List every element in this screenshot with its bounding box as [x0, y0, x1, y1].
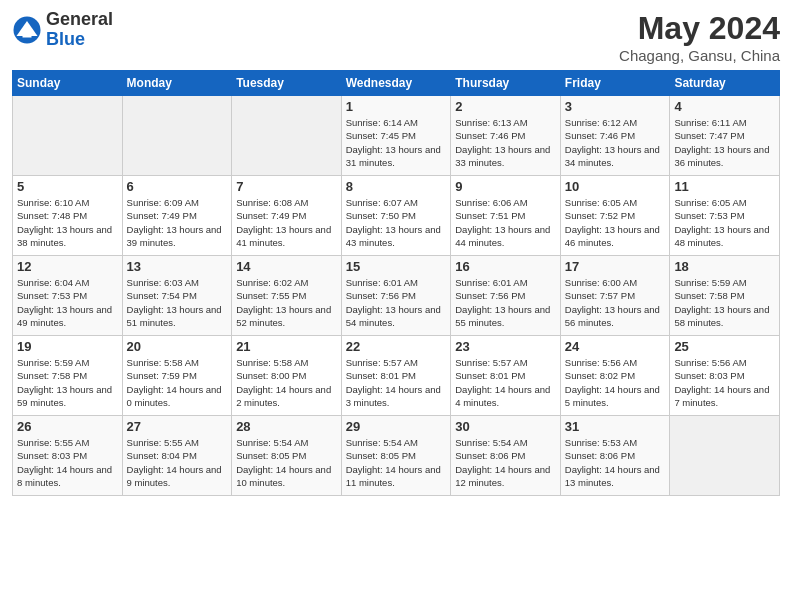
calendar-cell: 13Sunrise: 6:03 AM Sunset: 7:54 PM Dayli…	[122, 256, 232, 336]
day-number: 13	[127, 259, 228, 274]
day-info: Sunrise: 6:05 AM Sunset: 7:52 PM Dayligh…	[565, 196, 666, 249]
calendar-cell: 9Sunrise: 6:06 AM Sunset: 7:51 PM Daylig…	[451, 176, 561, 256]
day-number: 24	[565, 339, 666, 354]
page-container: General Blue May 2024 Chagang, Gansu, Ch…	[0, 0, 792, 504]
day-info: Sunrise: 6:01 AM Sunset: 7:56 PM Dayligh…	[346, 276, 447, 329]
day-number: 5	[17, 179, 118, 194]
calendar-cell: 5Sunrise: 6:10 AM Sunset: 7:48 PM Daylig…	[13, 176, 123, 256]
day-number: 29	[346, 419, 447, 434]
calendar-cell: 24Sunrise: 5:56 AM Sunset: 8:02 PM Dayli…	[560, 336, 670, 416]
logo-general: General	[46, 10, 113, 30]
calendar-cell: 11Sunrise: 6:05 AM Sunset: 7:53 PM Dayli…	[670, 176, 780, 256]
logo-icon	[12, 15, 42, 45]
calendar-cell: 28Sunrise: 5:54 AM Sunset: 8:05 PM Dayli…	[232, 416, 342, 496]
calendar-cell: 18Sunrise: 5:59 AM Sunset: 7:58 PM Dayli…	[670, 256, 780, 336]
day-info: Sunrise: 6:00 AM Sunset: 7:57 PM Dayligh…	[565, 276, 666, 329]
calendar-cell: 2Sunrise: 6:13 AM Sunset: 7:46 PM Daylig…	[451, 96, 561, 176]
calendar-cell: 30Sunrise: 5:54 AM Sunset: 8:06 PM Dayli…	[451, 416, 561, 496]
logo: General Blue	[12, 10, 113, 50]
calendar-cell: 4Sunrise: 6:11 AM Sunset: 7:47 PM Daylig…	[670, 96, 780, 176]
day-info: Sunrise: 6:04 AM Sunset: 7:53 PM Dayligh…	[17, 276, 118, 329]
day-number: 7	[236, 179, 337, 194]
day-number: 1	[346, 99, 447, 114]
day-info: Sunrise: 6:13 AM Sunset: 7:46 PM Dayligh…	[455, 116, 556, 169]
day-number: 21	[236, 339, 337, 354]
day-number: 25	[674, 339, 775, 354]
calendar-cell: 31Sunrise: 5:53 AM Sunset: 8:06 PM Dayli…	[560, 416, 670, 496]
day-number: 23	[455, 339, 556, 354]
day-number: 12	[17, 259, 118, 274]
day-info: Sunrise: 5:56 AM Sunset: 8:03 PM Dayligh…	[674, 356, 775, 409]
day-number: 2	[455, 99, 556, 114]
calendar-cell	[670, 416, 780, 496]
day-number: 20	[127, 339, 228, 354]
day-number: 6	[127, 179, 228, 194]
day-info: Sunrise: 6:10 AM Sunset: 7:48 PM Dayligh…	[17, 196, 118, 249]
month-title: May 2024	[619, 10, 780, 47]
day-number: 27	[127, 419, 228, 434]
day-number: 3	[565, 99, 666, 114]
calendar-cell	[122, 96, 232, 176]
calendar-cell: 25Sunrise: 5:56 AM Sunset: 8:03 PM Dayli…	[670, 336, 780, 416]
calendar-cell: 14Sunrise: 6:02 AM Sunset: 7:55 PM Dayli…	[232, 256, 342, 336]
calendar-cell: 8Sunrise: 6:07 AM Sunset: 7:50 PM Daylig…	[341, 176, 451, 256]
header-row: Sunday Monday Tuesday Wednesday Thursday…	[13, 71, 780, 96]
day-info: Sunrise: 6:01 AM Sunset: 7:56 PM Dayligh…	[455, 276, 556, 329]
day-number: 30	[455, 419, 556, 434]
day-info: Sunrise: 6:09 AM Sunset: 7:49 PM Dayligh…	[127, 196, 228, 249]
day-info: Sunrise: 6:03 AM Sunset: 7:54 PM Dayligh…	[127, 276, 228, 329]
calendar-cell	[13, 96, 123, 176]
day-info: Sunrise: 6:07 AM Sunset: 7:50 PM Dayligh…	[346, 196, 447, 249]
day-info: Sunrise: 5:57 AM Sunset: 8:01 PM Dayligh…	[346, 356, 447, 409]
day-number: 16	[455, 259, 556, 274]
day-number: 4	[674, 99, 775, 114]
calendar-cell: 7Sunrise: 6:08 AM Sunset: 7:49 PM Daylig…	[232, 176, 342, 256]
calendar-cell: 17Sunrise: 6:00 AM Sunset: 7:57 PM Dayli…	[560, 256, 670, 336]
calendar-cell: 22Sunrise: 5:57 AM Sunset: 8:01 PM Dayli…	[341, 336, 451, 416]
calendar-cell: 21Sunrise: 5:58 AM Sunset: 8:00 PM Dayli…	[232, 336, 342, 416]
day-info: Sunrise: 5:55 AM Sunset: 8:04 PM Dayligh…	[127, 436, 228, 489]
day-info: Sunrise: 5:54 AM Sunset: 8:06 PM Dayligh…	[455, 436, 556, 489]
calendar-cell: 12Sunrise: 6:04 AM Sunset: 7:53 PM Dayli…	[13, 256, 123, 336]
svg-rect-2	[23, 31, 32, 37]
day-info: Sunrise: 5:56 AM Sunset: 8:02 PM Dayligh…	[565, 356, 666, 409]
calendar-week-1: 1Sunrise: 6:14 AM Sunset: 7:45 PM Daylig…	[13, 96, 780, 176]
calendar-header: Sunday Monday Tuesday Wednesday Thursday…	[13, 71, 780, 96]
calendar-body: 1Sunrise: 6:14 AM Sunset: 7:45 PM Daylig…	[13, 96, 780, 496]
calendar-cell: 16Sunrise: 6:01 AM Sunset: 7:56 PM Dayli…	[451, 256, 561, 336]
calendar-cell: 19Sunrise: 5:59 AM Sunset: 7:58 PM Dayli…	[13, 336, 123, 416]
day-info: Sunrise: 5:54 AM Sunset: 8:05 PM Dayligh…	[346, 436, 447, 489]
day-number: 9	[455, 179, 556, 194]
calendar-cell: 26Sunrise: 5:55 AM Sunset: 8:03 PM Dayli…	[13, 416, 123, 496]
calendar-week-4: 19Sunrise: 5:59 AM Sunset: 7:58 PM Dayli…	[13, 336, 780, 416]
location: Chagang, Gansu, China	[619, 47, 780, 64]
calendar-cell: 29Sunrise: 5:54 AM Sunset: 8:05 PM Dayli…	[341, 416, 451, 496]
day-number: 28	[236, 419, 337, 434]
day-info: Sunrise: 5:59 AM Sunset: 7:58 PM Dayligh…	[17, 356, 118, 409]
day-info: Sunrise: 6:14 AM Sunset: 7:45 PM Dayligh…	[346, 116, 447, 169]
calendar-cell: 20Sunrise: 5:58 AM Sunset: 7:59 PM Dayli…	[122, 336, 232, 416]
day-info: Sunrise: 5:58 AM Sunset: 7:59 PM Dayligh…	[127, 356, 228, 409]
day-info: Sunrise: 5:53 AM Sunset: 8:06 PM Dayligh…	[565, 436, 666, 489]
calendar-cell	[232, 96, 342, 176]
day-number: 15	[346, 259, 447, 274]
day-number: 18	[674, 259, 775, 274]
calendar-cell: 3Sunrise: 6:12 AM Sunset: 7:46 PM Daylig…	[560, 96, 670, 176]
day-number: 10	[565, 179, 666, 194]
day-info: Sunrise: 6:08 AM Sunset: 7:49 PM Dayligh…	[236, 196, 337, 249]
col-wednesday: Wednesday	[341, 71, 451, 96]
calendar-cell: 1Sunrise: 6:14 AM Sunset: 7:45 PM Daylig…	[341, 96, 451, 176]
day-number: 17	[565, 259, 666, 274]
calendar-week-2: 5Sunrise: 6:10 AM Sunset: 7:48 PM Daylig…	[13, 176, 780, 256]
header: General Blue May 2024 Chagang, Gansu, Ch…	[12, 10, 780, 64]
day-info: Sunrise: 5:54 AM Sunset: 8:05 PM Dayligh…	[236, 436, 337, 489]
calendar-week-5: 26Sunrise: 5:55 AM Sunset: 8:03 PM Dayli…	[13, 416, 780, 496]
col-monday: Monday	[122, 71, 232, 96]
calendar-cell: 6Sunrise: 6:09 AM Sunset: 7:49 PM Daylig…	[122, 176, 232, 256]
col-friday: Friday	[560, 71, 670, 96]
day-info: Sunrise: 6:02 AM Sunset: 7:55 PM Dayligh…	[236, 276, 337, 329]
day-info: Sunrise: 6:05 AM Sunset: 7:53 PM Dayligh…	[674, 196, 775, 249]
day-number: 11	[674, 179, 775, 194]
calendar-cell: 15Sunrise: 6:01 AM Sunset: 7:56 PM Dayli…	[341, 256, 451, 336]
day-info: Sunrise: 5:59 AM Sunset: 7:58 PM Dayligh…	[674, 276, 775, 329]
